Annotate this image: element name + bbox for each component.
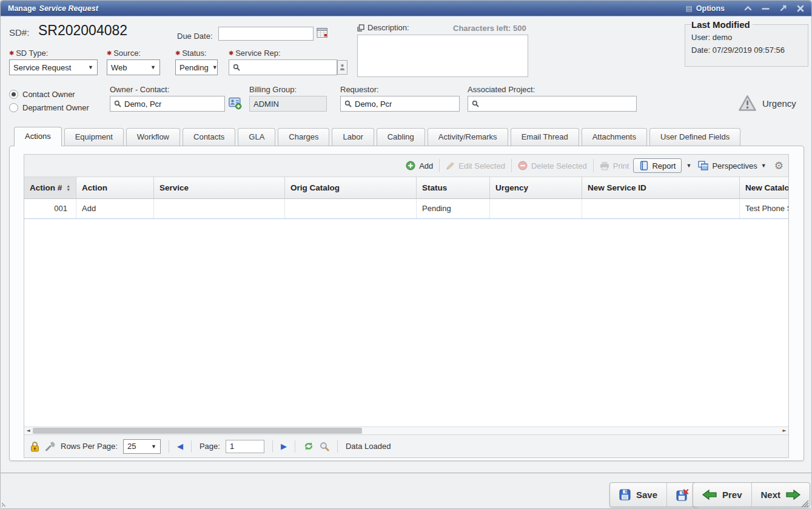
contact-owner-radio[interactable]: Contact Owner [9,90,75,99]
perspectives-button[interactable]: Perspectives ▼ [698,161,766,170]
tab-workflow[interactable]: Workflow [126,128,180,146]
cell-action: 001 [24,199,76,218]
rows-per-page-select[interactable]: 25▼ [123,439,161,454]
requestor-input[interactable]: Demo, Pcr [340,96,460,112]
billing-group-input [249,96,327,112]
cell-urgency [490,199,582,218]
sd-type-select[interactable]: Service Request▼ [9,59,98,75]
page-label: Page: [200,442,220,451]
tab-user-defined-fields[interactable]: User Defined Fields [649,128,740,146]
grid-empty-area [24,219,788,426]
sd-number-label: SD#: [9,27,29,38]
column-header-orig-catalog[interactable]: Orig Catalog [285,177,417,198]
add-contact-icon[interactable] [229,97,242,110]
maximize-icon[interactable] [779,5,787,12]
status-label: Status: [175,49,207,58]
grid-body: 001AddPendingTest Phone S [24,199,788,426]
gear-icon[interactable]: ⚙ [774,161,783,171]
grid-status-text: Data Loaded [346,442,391,451]
refresh-icon[interactable] [303,441,314,451]
options-menu-icon: ▤ [685,4,692,13]
column-header-service[interactable]: Service [154,177,285,198]
status-select[interactable]: Pending▼ [175,59,218,75]
search-icon [472,100,479,107]
scroll-left-icon[interactable]: ◄ [24,427,32,434]
scrollbar-thumb[interactable] [33,428,362,434]
collapse-icon[interactable] [744,5,752,11]
department-owner-radio[interactable]: Department Owner [9,103,89,112]
tab-contacts[interactable]: Contacts [183,128,235,146]
column-header-action[interactable]: Action #▲▼ [24,177,76,198]
last-modified-title: Last Modified [691,19,753,30]
tab-activity-remarks[interactable]: Activity/Remarks [428,128,508,146]
description-textarea[interactable] [357,35,528,77]
characters-left-counter: Characters left: 500 [453,24,526,33]
grid-header-row: Action #▲▼ActionServiceOrig CatalogStatu… [24,177,788,199]
add-button[interactable]: Add [406,161,433,170]
source-select[interactable]: Web▼ [107,59,160,75]
tab-cabling[interactable]: Cabling [377,128,425,146]
search-grid-icon[interactable] [320,442,329,451]
tab-email-thread[interactable]: Email Thread [511,128,579,146]
tab-labor[interactable]: Labor [332,128,374,146]
previous-page-icon[interactable]: ◀ [177,442,183,451]
minimize-icon[interactable] [762,5,770,11]
prev-button[interactable]: Prev [693,483,752,507]
due-date-label: Due Date: [177,32,213,41]
next-page-icon[interactable]: ▶ [281,442,287,451]
calendar-icon[interactable] [317,27,328,38]
report-button[interactable]: Report [633,158,682,173]
close-icon[interactable] [797,5,804,12]
delete-selected-button[interactable]: Delete Selected [518,161,587,170]
save-close-floppy-icon [676,489,689,501]
cell-new-catalog: Test Phone S [740,199,788,218]
column-header-urgency[interactable]: Urgency [490,177,582,198]
window-title: ManageService Request [8,4,98,13]
form-footer: Save Prev Next [1,473,811,509]
footer-separator [169,440,169,453]
grid-toolbar: Add Edit Selected Delete Selected Print [24,155,788,177]
options-button[interactable]: ▤ Options [685,4,725,13]
associated-project-label: Associated Project: [468,85,535,94]
due-date-input[interactable] [218,27,314,41]
perspectives-dropdown-caret-icon: ▼ [761,163,767,169]
printer-icon [600,161,609,170]
print-button[interactable]: Print [600,161,629,170]
associated-project-input[interactable] [468,96,637,112]
cell-service [154,199,285,218]
column-header-status[interactable]: Status [417,177,490,198]
save-button[interactable]: Save [610,483,667,507]
report-dropdown-caret-icon[interactable]: ▼ [686,163,691,169]
last-modified-box: Last Modified User: demo Date: 07/29/201… [685,19,808,67]
table-row[interactable]: 001AddPendingTest Phone S [24,199,788,219]
search-icon [233,64,240,71]
add-icon [406,161,415,170]
resize-grip-left[interactable] [2,501,8,507]
lock-icon[interactable] [30,441,39,452]
column-header-new-service-id[interactable]: New Service ID [582,177,740,198]
column-header-action[interactable]: Action [76,177,154,198]
edit-selected-button[interactable]: Edit Selected [446,161,505,170]
horizontal-scrollbar[interactable]: ◄ ► [24,426,788,434]
grid-rows: 001AddPendingTest Phone S [24,199,788,219]
tab-equipment[interactable]: Equipment [64,128,124,146]
wrench-icon[interactable] [45,441,55,451]
service-rep-input[interactable] [229,59,337,75]
urgency-indicator[interactable]: Urgency [738,95,796,112]
column-header-new-catalog[interactable]: New Catalog [740,177,788,198]
scroll-right-icon[interactable]: ► [780,427,788,434]
tab-attachments[interactable]: Attachments [582,128,647,146]
tab-gla[interactable]: GLA [238,128,275,146]
owner-contact-input[interactable]: Demo, Pcr [110,96,225,112]
resize-grip[interactable] [799,498,809,508]
chevron-down-icon: ▼ [84,64,93,70]
service-rep-picker-button[interactable] [337,60,347,75]
tab-actions[interactable]: Actions [14,127,62,146]
tab-charges[interactable]: Charges [278,128,329,146]
footer-separator [295,440,295,453]
chevron-down-icon: ▼ [147,64,156,70]
expand-description-icon[interactable] [357,24,364,32]
toolbar-separator [439,159,440,172]
page-number-input[interactable] [226,440,264,453]
save-floppy-icon [619,489,631,501]
